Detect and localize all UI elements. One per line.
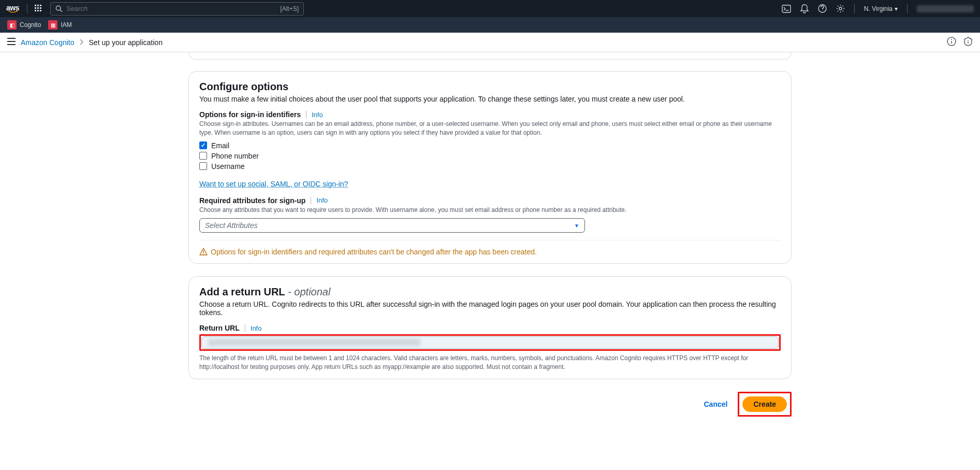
divider [907, 4, 908, 13]
svg-point-4 [839, 7, 842, 10]
side-nav-toggle-icon[interactable] [7, 38, 16, 47]
svg-rect-2 [782, 5, 791, 12]
global-nav: aws [Alt+S] N. Virginia ▾ [0, 0, 980, 17]
divider [311, 197, 311, 204]
search-icon [55, 5, 63, 12]
page-info-icon[interactable] [947, 37, 956, 48]
breadcrumb-root[interactable]: Amazon Cognito [21, 38, 75, 47]
panel-subtitle: You must make a few initial choices abou… [199, 95, 781, 103]
signin-identifiers-label: Options for sign-in identifiers [199, 110, 301, 119]
service-chip-cognito[interactable]: ◧ Cognito [7, 20, 41, 30]
form-actions: Cancel Create [188, 392, 792, 417]
signin-identifiers-description: Choose sign-in attributes. Usernames can… [199, 120, 781, 137]
return-url-panel: Add a return URL - optional Choose a ret… [188, 276, 792, 379]
help-icon[interactable] [818, 4, 827, 13]
option-email[interactable]: Email [199, 141, 781, 150]
region-selector[interactable]: N. Virginia ▾ [864, 5, 898, 12]
search-shortcut-hint: [Alt+S] [280, 5, 299, 12]
redacted-content [208, 339, 420, 346]
checkbox-icon[interactable] [199, 162, 207, 170]
return-url-label: Return URL [199, 324, 240, 332]
info-link[interactable]: Info [251, 324, 262, 332]
panel-title: Configure options [199, 81, 781, 93]
panel-subtitle: Choose a return URL. Cognito redirects t… [199, 300, 781, 317]
breadcrumb-bar: Amazon Cognito Set up your application [0, 33, 980, 52]
aws-logo[interactable]: aws [6, 4, 20, 13]
cancel-button[interactable]: Cancel [701, 396, 729, 412]
services-grid-icon[interactable] [35, 5, 43, 13]
previous-panel-edge [188, 52, 792, 60]
option-username[interactable]: Username [199, 162, 781, 170]
aws-smile-icon [6, 10, 20, 13]
configure-options-panel: Configure options You must make a few in… [188, 71, 792, 264]
breadcrumb-current: Set up your application [89, 38, 163, 47]
attributes-select[interactable]: Select Attributes ▼ [199, 218, 585, 233]
option-label: Username [211, 162, 245, 170]
divider [27, 4, 27, 13]
checkbox-icon[interactable] [199, 152, 207, 160]
service-chip-iam[interactable]: ▦ IAM [48, 20, 71, 30]
notifications-icon[interactable] [800, 4, 809, 13]
cognito-service-icon: ◧ [7, 20, 17, 30]
select-placeholder: Select Attributes [205, 221, 257, 230]
caret-down-icon: ▾ [895, 5, 898, 12]
panel-title: Add a return URL - optional [199, 286, 781, 298]
return-url-help: The length of the return URL must be bet… [199, 354, 781, 372]
info-link[interactable]: Info [312, 111, 323, 119]
info-link[interactable]: Info [316, 196, 328, 204]
chevron-right-icon [80, 38, 84, 47]
option-label: Email [211, 141, 229, 150]
iam-service-icon: ▦ [48, 20, 57, 30]
divider [245, 324, 245, 332]
warning-message: Options for sign-in identifiers and requ… [199, 240, 781, 256]
svg-point-14 [203, 253, 204, 254]
global-search: [Alt+S] [50, 2, 304, 16]
page-diagnostics-icon[interactable] [963, 37, 973, 48]
return-url-input[interactable] [201, 336, 779, 349]
create-button[interactable]: Create [742, 396, 787, 412]
return-url-highlight [199, 334, 781, 351]
svg-point-0 [56, 6, 61, 10]
svg-point-11 [968, 40, 969, 41]
favorites-bar: ◧ Cognito ▦ IAM [0, 17, 980, 33]
required-attributes-description: Choose any attributes that you want to r… [199, 206, 781, 215]
search-input[interactable] [50, 2, 304, 16]
account-menu[interactable] [917, 5, 974, 12]
option-label: Phone number [211, 152, 259, 160]
divider [854, 4, 855, 13]
option-phone[interactable]: Phone number [199, 152, 781, 160]
social-signin-link[interactable]: Want to set up social, SAML, or OIDC sig… [199, 180, 348, 188]
create-button-highlight: Create [738, 392, 792, 417]
cloudshell-icon[interactable] [782, 4, 791, 13]
settings-icon[interactable] [836, 4, 845, 13]
divider [306, 111, 306, 118]
checkbox-checked-icon[interactable] [199, 141, 207, 149]
caret-down-icon: ▼ [574, 223, 579, 229]
warning-icon [199, 248, 208, 256]
required-attributes-label: Required attributes for sign-up [199, 196, 305, 205]
svg-point-9 [951, 39, 952, 40]
svg-line-1 [60, 10, 62, 12]
